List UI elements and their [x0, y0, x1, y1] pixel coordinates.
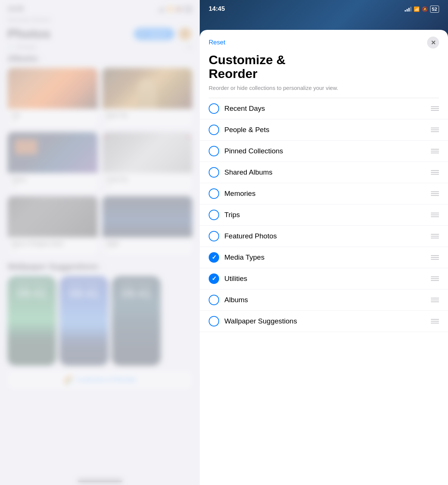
list-item-featured-photos: Featured Photos: [200, 226, 448, 247]
label-featured-photos: Featured Photos: [224, 232, 426, 240]
drag-handle-albums[interactable]: [431, 298, 439, 302]
signal-bar-r2: [407, 9, 408, 12]
label-recent-days: Recent Days: [224, 104, 426, 113]
close-button[interactable]: ✕: [427, 37, 439, 48]
label-memories: Memories: [224, 190, 426, 198]
checkbox-media-types[interactable]: [209, 252, 219, 263]
modal-subtitle: Reorder or hide collections to personali…: [200, 84, 448, 98]
drag-line: [431, 108, 439, 109]
drag-handle-trips[interactable]: [431, 213, 439, 217]
checkbox-trips[interactable]: [209, 210, 219, 220]
label-wallpaper-suggestions: Wallpaper Suggestions: [224, 317, 426, 325]
bell-icon-right: 🔕: [422, 6, 428, 12]
label-shared-albums: Shared Albums: [224, 168, 426, 176]
modal-title: Customize &Reorder: [200, 48, 448, 84]
battery-right: 52: [430, 6, 439, 13]
checkbox-utilities[interactable]: [209, 273, 219, 284]
drag-line: [431, 110, 439, 111]
label-people-pets: People & Pets: [224, 126, 426, 134]
list-item-recent-days: Recent Days: [200, 98, 448, 119]
wifi-icon-right: 📶: [414, 6, 420, 12]
signal-bar-r1: [405, 10, 406, 12]
drag-handle-pinned-collections[interactable]: [431, 149, 439, 153]
checkbox-people-pets[interactable]: [209, 125, 219, 135]
signal-bar-r3: [408, 8, 410, 12]
drag-handle-featured-photos[interactable]: [431, 234, 439, 238]
reset-button[interactable]: Reset: [209, 39, 225, 46]
checkbox-albums[interactable]: [209, 295, 219, 305]
drag-handle-shared-albums[interactable]: [431, 170, 439, 175]
status-time-right: 14:45: [209, 5, 225, 13]
list-item-pinned-collections: Pinned Collections: [200, 141, 448, 162]
drag-handle-media-types[interactable]: [431, 255, 439, 260]
drag-line: [431, 106, 439, 107]
label-pinned-collections: Pinned Collections: [224, 147, 426, 155]
checkbox-memories[interactable]: [209, 188, 219, 199]
label-trips: Trips: [224, 211, 426, 219]
list-item-media-types: Media Types: [200, 247, 448, 268]
list-item-people-pets: People & Pets: [200, 119, 448, 141]
drag-handle-wallpaper-suggestions[interactable]: [431, 319, 439, 323]
status-bar-right: 14:45 📶 🔕 52: [200, 0, 448, 15]
list-item-utilities: Utilities: [200, 268, 448, 290]
checkbox-pinned-collections[interactable]: [209, 146, 219, 156]
list-item-albums: Albums: [200, 290, 448, 311]
checkbox-featured-photos[interactable]: [209, 231, 219, 241]
list-item-trips: Trips: [200, 204, 448, 226]
close-icon: ✕: [431, 39, 436, 46]
status-icons-right: 📶 🔕 52: [405, 6, 439, 13]
signal-bars-right: [405, 7, 411, 12]
checkbox-wallpaper-suggestions[interactable]: [209, 316, 219, 326]
list-item-memories: Memories: [200, 183, 448, 204]
drag-handle-utilities[interactable]: [431, 276, 439, 281]
left-panel: 14:25 📶 🔕 59 Recently Deleted P: [0, 0, 200, 485]
drag-handle-recent-days[interactable]: [431, 106, 439, 111]
customize-list: Recent Days People & Pets: [200, 98, 448, 332]
drag-handle-people-pets[interactable]: [431, 128, 439, 132]
drag-handle-memories[interactable]: [431, 191, 439, 196]
modal-header: Reset ✕: [200, 30, 448, 48]
right-panel: 14:45 📶 🔕 52 Reset ✕ Customize &Reorder …: [200, 0, 448, 485]
label-utilities: Utilities: [224, 275, 426, 283]
blur-overlay: [0, 0, 200, 485]
signal-bar-r4: [410, 7, 411, 12]
modal-sheet: Reset ✕ Customize &Reorder Reorder or hi…: [200, 30, 448, 485]
list-item-wallpaper-suggestions: Wallpaper Suggestions: [200, 311, 448, 332]
label-media-types: Media Types: [224, 253, 426, 262]
label-albums: Albums: [224, 296, 426, 304]
checkbox-shared-albums[interactable]: [209, 167, 219, 178]
list-item-shared-albums: Shared Albums: [200, 162, 448, 183]
checkbox-recent-days[interactable]: [209, 103, 219, 114]
